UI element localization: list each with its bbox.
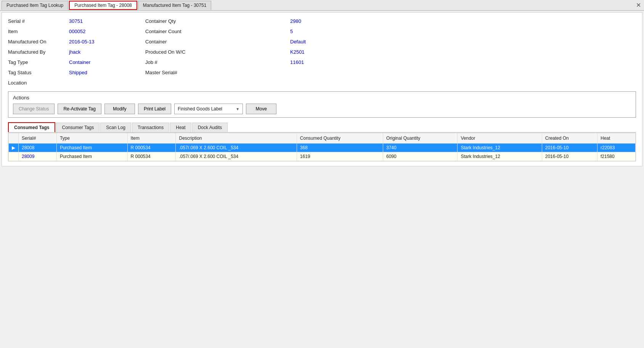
row-heat-cell: r22083 [597,144,636,152]
sub-tab-dock-audits[interactable]: Dock Audits [192,123,228,132]
print-label-button[interactable]: Print Label [138,104,171,114]
row-item-cell: R 000534 [127,152,176,161]
info-grid: Serial # 30751 Container Qty 2980 Item 0… [8,17,636,87]
location-value [69,79,145,87]
row-type-cell: Purchased Item [56,144,127,152]
job-num-value[interactable]: 11601 [290,58,366,66]
col-description[interactable]: Description [176,133,297,144]
tag-status-label: Tag Status [8,69,69,77]
row-description-cell: .057/.069 X 2.600 COIL _534 [176,152,297,161]
item-value[interactable]: 000052 [69,27,145,35]
job-num-label: Job # [145,58,222,66]
row-created-on-cell: 2016-05-10 [542,152,597,161]
table-header-row: Serial# Type Item Description Consumed Q… [9,133,636,144]
consumed-tags-table-wrap: Serial# Type Item Description Consumed Q… [8,132,636,161]
sub-tab-bar: Consumed Tags Consumer Tags Scan Log Tra… [8,122,636,132]
container-qty-value: 2980 [290,17,366,25]
produced-on-wc-value[interactable]: K2501 [290,48,366,56]
label-type-dropdown[interactable]: Finished Goods Label ▼ [174,104,243,114]
table-row[interactable]: 28009Purchased ItemR 000534.057/.069 X 2… [9,152,636,161]
row-vendor-cell: Stark Industries_12 [458,152,542,161]
tab-30751[interactable]: Manufactured Item Tag - 30751 [138,1,212,10]
row-original-qty-cell: 6090 [383,152,458,161]
container-value[interactable]: Default [290,38,366,46]
tag-type-label: Tag Type [8,58,69,66]
modify-button[interactable]: Modify [104,104,135,114]
manufactured-on-label: Manufactured On [8,38,69,46]
location-label: Location [8,79,69,87]
close-button[interactable]: ✕ [636,2,641,9]
main-window: Purchased Item Tag Lookup Purchased Item… [0,0,644,348]
row-serial-cell: 28009 [19,152,57,161]
col-vendor[interactable]: Vendor [458,133,542,144]
col-arrow [9,133,19,144]
tag-type-value[interactable]: Container [69,58,145,66]
col-serial[interactable]: Serial# [19,133,57,144]
container-label: Container [145,38,222,46]
reactivate-tag-button[interactable]: Re-Activate Tag [58,104,101,114]
row-item-cell: R 000534 [127,144,176,152]
consumed-tags-table: Serial# Type Item Description Consumed Q… [8,133,636,161]
table-row[interactable]: ▶28008Purchased ItemR 000534.057/.069 X … [9,144,636,152]
actions-buttons: Change Status Re-Activate Tag Modify Pri… [13,104,631,114]
col-item[interactable]: Item [127,133,176,144]
tab-bar: Purchased Item Tag Lookup Purchased Item… [0,0,644,11]
produced-on-wc-label: Produced On W/C [145,48,222,56]
sub-tab-consumed-tags[interactable]: Consumed Tags [8,122,55,132]
sub-tab-scan-log[interactable]: Scan Log [100,123,131,132]
col-created-on[interactable]: Created On [542,133,597,144]
chevron-down-icon: ▼ [236,107,239,111]
container-count-label: Container Count [145,27,222,35]
row-heat-cell: f21580 [597,152,636,161]
master-serial-label: Master Serial# [145,69,222,77]
serial-link[interactable]: 28009 [22,154,34,159]
sub-tab-consumer-tags[interactable]: Consumer Tags [56,123,100,132]
container-count-value: 5 [290,27,366,35]
tab-28008[interactable]: Purchased Item Tag - 28008 [69,1,137,10]
row-arrow-cell: ▶ [9,144,19,152]
serial-value[interactable]: 30751 [69,17,145,25]
tag-status-value: Shipped [69,69,145,77]
manufactured-by-label: Manufactured By [8,48,69,56]
row-consumed-qty-cell: 368 [297,144,383,152]
sub-tab-transactions[interactable]: Transactions [132,123,169,132]
change-status-button[interactable]: Change Status [13,104,55,114]
manufactured-on-value[interactable]: 2016-05-13 [69,38,145,46]
tab-lookup[interactable]: Purchased Item Tag Lookup [2,1,68,10]
col-type[interactable]: Type [56,133,127,144]
main-content-area: Serial # 30751 Container Qty 2980 Item 0… [2,12,642,166]
label-type-value: Finished Goods Label [178,106,233,112]
move-button[interactable]: Move [246,104,276,114]
col-consumed-qty[interactable]: Consumed Quantity [297,133,383,144]
serial-label: Serial # [8,17,69,25]
col-original-qty[interactable]: Original Quantity [383,133,458,144]
row-consumed-qty-cell: 1619 [297,152,383,161]
item-label: Item [8,27,69,35]
actions-box: Actions Change Status Re-Activate Tag Mo… [8,91,636,118]
row-vendor-cell: Stark Industries_12 [458,144,542,152]
row-arrow-cell [9,152,19,161]
master-serial-value [290,69,366,77]
row-type-cell: Purchased Item [56,152,127,161]
row-serial-cell: 28008 [19,144,57,152]
row-created-on-cell: 2016-05-10 [542,144,597,152]
actions-title: Actions [13,95,631,101]
manufactured-by-value[interactable]: jhack [69,48,145,56]
container-qty-label: Container Qty [145,17,222,25]
sub-tab-heat[interactable]: Heat [170,123,191,132]
serial-link[interactable]: 28008 [22,145,34,150]
row-description-cell: .057/.069 X 2.600 COIL _534 [176,144,297,152]
row-original-qty-cell: 3740 [383,144,458,152]
col-heat[interactable]: Heat [597,133,636,144]
